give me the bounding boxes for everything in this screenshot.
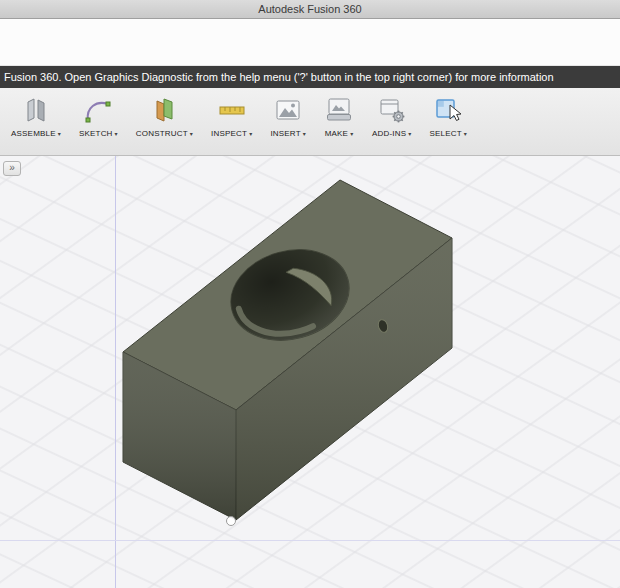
select-icon: [433, 95, 463, 125]
toolbar-item-label: ASSEMBLE: [11, 129, 56, 138]
double-chevron-right-icon: »: [9, 162, 15, 173]
insert-icon: [273, 95, 303, 125]
chevron-down-icon: ▾: [58, 130, 61, 137]
toolbar-item-insert[interactable]: INSERT▾: [261, 95, 315, 138]
toolbar-item-make[interactable]: MAKE▾: [315, 95, 363, 138]
toolbar-item-sketch[interactable]: SKETCH▾: [70, 95, 127, 138]
chevron-down-icon: ▾: [303, 130, 306, 137]
inspect-icon: [217, 95, 247, 125]
chevron-down-icon: ▾: [115, 130, 118, 137]
toolbar-item-label: INSERT: [270, 129, 300, 138]
toolbar-item-construct[interactable]: CONSTRUCT▾: [127, 95, 202, 138]
window-title: Autodesk Fusion 360: [258, 3, 361, 15]
vertex-marker[interactable]: [227, 517, 236, 526]
app-window: Autodesk Fusion 360 Fusion 360. Open Gra…: [0, 0, 620, 588]
toolbar-item-label: CONSTRUCT: [136, 129, 188, 138]
toolbar-item-select[interactable]: SELECT▾: [421, 95, 477, 138]
construct-icon: [149, 95, 179, 125]
chevron-down-icon: ▾: [408, 130, 411, 137]
toolbar-item-label: INSPECT: [211, 129, 247, 138]
chevron-down-icon: ▾: [350, 130, 353, 137]
application-strip: [0, 19, 620, 66]
toolbar-item-label: MAKE: [325, 129, 348, 138]
toolbar-item-label: SKETCH: [79, 129, 113, 138]
chevron-down-icon: ▾: [464, 130, 467, 137]
viewport-canvas[interactable]: [0, 156, 620, 588]
assemble-icon: [21, 95, 51, 125]
sketch-icon: [83, 95, 113, 125]
notice-bar: Fusion 360. Open Graphics Diagnostic fro…: [0, 66, 620, 88]
toolbar-item-inspect[interactable]: INSPECT▾: [202, 95, 261, 138]
toolbar-item-label: ADD-INS: [372, 129, 406, 138]
chevron-down-icon: ▾: [190, 130, 193, 137]
toolbar-item-add-ins[interactable]: ADD-INS▾: [363, 95, 421, 138]
notice-message: Fusion 360. Open Graphics Diagnostic fro…: [4, 71, 554, 83]
chevron-down-icon: ▾: [249, 130, 252, 137]
toolbar-item-assemble[interactable]: ASSEMBLE▾: [2, 95, 70, 138]
title-bar[interactable]: Autodesk Fusion 360: [0, 0, 620, 19]
toolbar-item-label: SELECT: [430, 129, 462, 138]
add-ins-icon: [377, 95, 407, 125]
browser-toggle-button[interactable]: »: [3, 161, 21, 176]
model-viewport[interactable]: »: [0, 156, 620, 588]
main-toolbar: ASSEMBLE▾ SKETCH▾ CONSTRUCT▾ INSPECT▾ IN: [0, 88, 620, 156]
make-icon: [324, 95, 354, 125]
